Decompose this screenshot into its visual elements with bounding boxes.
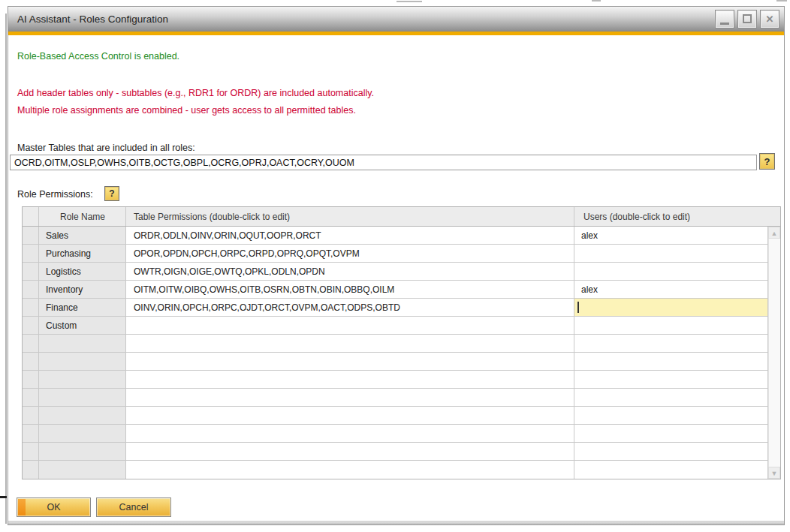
users-cell[interactable]: [574, 263, 768, 280]
table-row: SalesORDR,ODLN,OINV,ORIN,OQUT,OOPR,ORCTa…: [23, 227, 768, 245]
ok-button[interactable]: OK: [17, 497, 91, 517]
users-cell[interactable]: [574, 353, 768, 370]
table-row: [23, 371, 768, 389]
role-name-cell[interactable]: Logistics: [39, 263, 126, 280]
row-selector-cell[interactable]: [23, 281, 39, 298]
row-selector-cell[interactable]: [23, 245, 39, 262]
role-name-cell[interactable]: [39, 425, 126, 442]
scroll-down-icon[interactable]: ▼: [768, 467, 780, 479]
table-permissions-cell[interactable]: [126, 317, 574, 334]
users-cell[interactable]: [574, 299, 768, 316]
row-selector-cell[interactable]: [23, 443, 39, 460]
users-cell[interactable]: alex: [574, 227, 768, 244]
role-name-cell[interactable]: [39, 389, 126, 406]
table-row: [23, 461, 768, 479]
users-cell[interactable]: [574, 407, 768, 424]
ok-button-label: OK: [47, 502, 60, 512]
users-cell[interactable]: [574, 335, 768, 352]
role-name-cell[interactable]: Purchasing: [39, 245, 126, 262]
role-name-cell[interactable]: [39, 371, 126, 388]
role-permissions-label: Role Permissions:: [17, 189, 93, 200]
table-permissions-cell[interactable]: OWTR,OIGN,OIGE,OWTQ,OPKL,ODLN,OPDN: [126, 263, 574, 280]
row-selector-cell[interactable]: [23, 407, 39, 424]
table-row: [23, 389, 768, 407]
role-name-cell[interactable]: Inventory: [39, 281, 126, 298]
table-permissions-cell[interactable]: ORDR,ODLN,OINV,ORIN,OQUT,OOPR,ORCT: [126, 227, 574, 244]
table-header-row: Role Name Table Permissions (double-clic…: [23, 207, 780, 227]
table-permissions-cell[interactable]: [126, 461, 574, 479]
minimize-icon: [720, 23, 729, 25]
table-permissions-cell[interactable]: [126, 407, 574, 424]
row-selector-cell[interactable]: [23, 299, 39, 316]
row-selector-cell[interactable]: [23, 389, 39, 406]
window-titlebar[interactable]: AI Assistant - Roles Configuration ✕: [8, 7, 784, 32]
scroll-up-icon[interactable]: ▲: [768, 227, 780, 239]
table-permissions-cell[interactable]: OITM,OITW,OIBQ,OWHS,OITB,OSRN,OBTN,OBIN,…: [126, 281, 574, 298]
table-rows: SalesORDR,ODLN,OINV,ORIN,OQUT,OOPR,ORCTa…: [23, 227, 768, 479]
table-body: SalesORDR,ODLN,OINV,ORIN,OQUT,OOPR,ORCTa…: [23, 227, 780, 479]
row-selector-cell[interactable]: [23, 353, 39, 370]
table-permissions-cell[interactable]: OPOR,OPDN,OPCH,ORPC,ORPD,OPRQ,OPQT,OVPM: [126, 245, 574, 262]
table-permissions-cell[interactable]: [126, 389, 574, 406]
table-permissions-cell[interactable]: OINV,ORIN,OPCH,ORPC,OJDT,ORCT,OVPM,OACT,…: [126, 299, 574, 316]
accent-bar: [8, 32, 784, 35]
close-button[interactable]: ✕: [760, 10, 779, 29]
row-selector-cell[interactable]: [23, 461, 39, 479]
role-permissions-help-button[interactable]: ?: [104, 186, 119, 201]
users-cell[interactable]: [574, 371, 768, 388]
column-header-role-name: Role Name: [39, 207, 126, 226]
role-name-cell[interactable]: [39, 443, 126, 460]
vertical-scrollbar[interactable]: ▲ ▼: [768, 227, 780, 479]
table-permissions-cell[interactable]: [126, 335, 574, 352]
row-selector-cell[interactable]: [23, 371, 39, 388]
maximize-button[interactable]: [737, 10, 757, 29]
users-cell[interactable]: [574, 425, 768, 442]
master-tables-input[interactable]: [10, 155, 757, 170]
users-cell[interactable]: [574, 443, 768, 460]
role-name-cell[interactable]: [39, 461, 126, 479]
window-controls: ✕: [715, 10, 779, 29]
text-caret: [577, 302, 579, 313]
row-selector-cell[interactable]: [23, 263, 39, 280]
table-row: [23, 335, 768, 353]
background-artifact: [776, 0, 787, 2]
column-header-users: Users (double-click to edit): [574, 207, 780, 226]
column-header-table-permissions: Table Permissions (double-click to edit): [126, 207, 574, 226]
roles-configuration-window: AI Assistant - Roles Configuration ✕ Rol…: [8, 6, 785, 525]
role-name-cell[interactable]: Finance: [39, 299, 126, 316]
desktop-background: AI Assistant - Roles Configuration ✕ Rol…: [0, 0, 790, 532]
minimize-button[interactable]: [715, 10, 734, 29]
window-bottom-frame: [8, 521, 784, 524]
role-name-cell[interactable]: [39, 353, 126, 370]
background-window-edge: [5, 14, 7, 524]
table-row: PurchasingOPOR,OPDN,OPCH,ORPC,ORPD,OPRQ,…: [23, 245, 768, 263]
rbac-status-message: Role-Based Access Control is enabled.: [17, 51, 179, 62]
subtables-hint-message: Add header tables only - subtables (e.g.…: [17, 88, 374, 98]
background-artifact: [397, 1, 422, 2]
table-permissions-cell[interactable]: [126, 425, 574, 442]
users-cell[interactable]: [574, 389, 768, 406]
users-cell[interactable]: alex: [574, 281, 768, 298]
table-row: FinanceOINV,ORIN,OPCH,ORPC,OJDT,ORCT,OVP…: [23, 299, 768, 317]
role-permissions-table: Role Name Table Permissions (double-clic…: [22, 206, 781, 479]
table-permissions-cell[interactable]: [126, 353, 574, 370]
table-permissions-cell[interactable]: [126, 443, 574, 460]
roles-hint-message: Multiple role assignments are combined -…: [17, 105, 356, 116]
role-name-cell[interactable]: [39, 335, 126, 352]
users-cell[interactable]: [574, 461, 768, 479]
row-selector-cell[interactable]: [23, 317, 39, 334]
users-cell[interactable]: [574, 245, 768, 262]
row-selector-header: [23, 207, 39, 226]
row-selector-cell[interactable]: [23, 425, 39, 442]
row-selector-cell[interactable]: [23, 335, 39, 352]
table-permissions-cell[interactable]: [126, 371, 574, 388]
row-selector-cell[interactable]: [23, 227, 39, 244]
role-name-cell[interactable]: [39, 407, 126, 424]
role-name-cell[interactable]: Sales: [39, 227, 126, 244]
role-name-cell[interactable]: Custom: [39, 317, 126, 334]
master-tables-help-button[interactable]: ?: [759, 153, 775, 170]
scrollbar-track[interactable]: [768, 239, 780, 467]
users-cell[interactable]: [574, 317, 768, 334]
table-row: [23, 407, 768, 425]
cancel-button[interactable]: Cancel: [96, 497, 171, 517]
